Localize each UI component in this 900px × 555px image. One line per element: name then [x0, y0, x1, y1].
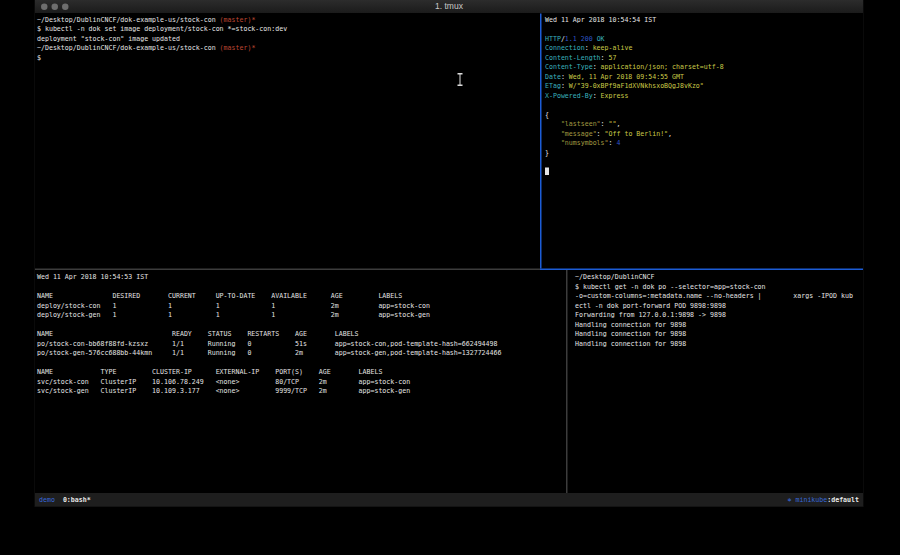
- tmux-status-bar: demo0:bash* ⎈ minikube:default: [35, 493, 863, 507]
- terminal-line: }: [545, 148, 863, 158]
- terminal-line: $ kubectl get -n dok po --selector=app=s…: [575, 282, 863, 292]
- window-titlebar[interactable]: 1. tmux: [35, 0, 863, 14]
- terminal-line: svc/stock-con ClusterIP 10.106.78.249 <n…: [37, 377, 566, 387]
- terminal-line: svc/stock-gen ClusterIP 10.109.3.177 <no…: [37, 386, 566, 396]
- terminal-line: Content-Length: 57: [545, 53, 863, 63]
- kube-namespace: :default: [827, 496, 859, 504]
- tmux-status-left: demo0:bash*: [39, 493, 91, 507]
- pane-http-response[interactable]: Wed 11 Apr 2018 10:54:54 ISTHTTP/1.1 200…: [542, 14, 864, 269]
- terminal-line: [545, 157, 863, 167]
- terminal-line: Content-Type: application/json; charset=…: [545, 62, 863, 72]
- mouse-ibeam-cursor: [457, 73, 463, 86]
- terminal-line: Date: Wed, 11 Apr 2018 09:54:55 GMT: [545, 72, 863, 82]
- terminal-line: deployment "stock-con" image updated: [37, 34, 540, 44]
- terminal-line: ~/Desktop/DublinCNCF: [575, 272, 863, 282]
- terminal-line: po/stock-con-bb68f88fd-kzsxz 1/1 Running…: [37, 339, 566, 349]
- terminal-line: ETag: W/"39-0xBPf9aF1dXVNkhsxoBQgJ8vKzo": [545, 81, 863, 91]
- terminal-line: [545, 167, 863, 177]
- terminal-line: [37, 282, 566, 292]
- terminal-line: ~/Desktop/DublinCNCF/dok-example-us/stoc…: [37, 15, 540, 25]
- terminal-line: -o=custom-columns=:metadata.name --no-he…: [575, 291, 863, 301]
- pane-shell-stock-con[interactable]: ~/Desktop/DublinCNCF/dok-example-us/stoc…: [35, 14, 540, 269]
- pane-port-forward[interactable]: ~/Desktop/DublinCNCF$ kubectl get -n dok…: [568, 270, 864, 493]
- minimize-window-button[interactable]: [52, 4, 59, 11]
- terminal-line: Connection: keep-alive: [545, 43, 863, 53]
- terminal-line: Wed 11 Apr 2018 10:54:53 IST: [37, 272, 566, 282]
- terminal-line: Wed 11 Apr 2018 10:54:54 IST: [545, 15, 863, 25]
- traffic-light-buttons: [41, 4, 69, 11]
- terminal-line: HTTP/1.1 200 OK: [545, 34, 863, 44]
- screen: 1. tmux ~/Desktop/DublinCNCF/dok-example…: [0, 0, 900, 555]
- terminal-line: ectl -n dok port-forward POD 9898:9898: [575, 301, 863, 311]
- terminal-line: [37, 358, 566, 368]
- terminal-line: Handling connection for 9898: [575, 320, 863, 330]
- terminal-line: "message": "Off to Berlin!",: [545, 129, 863, 139]
- terminal-line: [37, 320, 566, 330]
- terminal-line: "numsymbols": 4: [545, 138, 863, 148]
- pane-kubectl-resources[interactable]: Wed 11 Apr 2018 10:54:53 ISTNAME DESIRED…: [35, 270, 566, 493]
- maximize-window-button[interactable]: [62, 4, 69, 11]
- terminal-line: X-Powered-By: Express: [545, 91, 863, 101]
- terminal-window: 1. tmux ~/Desktop/DublinCNCF/dok-example…: [35, 0, 863, 507]
- terminal-line: [545, 100, 863, 110]
- terminal-line: NAME TYPE CLUSTER-IP EXTERNAL-IP PORT(S)…: [37, 367, 566, 377]
- terminal-line: Handling connection for 9898: [575, 329, 863, 339]
- terminal-line: deploy/stock-con 1 1 1 1 2m app=stock-co…: [37, 301, 566, 311]
- terminal-line: $ kubectl -n dok set image deployment/st…: [37, 24, 540, 34]
- terminal-line: ~/Desktop/DublinCNCF/dok-example-us/stoc…: [37, 43, 540, 53]
- window-title: 1. tmux: [35, 0, 863, 13]
- terminal-line: NAME READY STATUS RESTARTS AGE LABELS: [37, 329, 566, 339]
- tmux-session-name: demo: [39, 496, 55, 504]
- terminal-line: {: [545, 110, 863, 120]
- terminal-line: $: [37, 53, 540, 63]
- terminal-line: deploy/stock-gen 1 1 1 1 2m app=stock-ge…: [37, 310, 566, 320]
- terminal-line: [545, 24, 863, 34]
- terminal-line: "lastseen": "",: [545, 119, 863, 129]
- kube-context: minikube: [795, 496, 827, 504]
- tmux-window-tab[interactable]: 0:bash*: [63, 496, 91, 504]
- tmux-status-right: ⎈ minikube:default: [788, 493, 859, 507]
- terminal-line: NAME DESIRED CURRENT UP-TO-DATE AVAILABL…: [37, 291, 566, 301]
- close-window-button[interactable]: [41, 4, 48, 11]
- kube-helm-icon: ⎈: [788, 496, 796, 504]
- terminal-line: Forwarding from 127.0.0.1:9898 -> 9898: [575, 310, 863, 320]
- terminal-line: po/stock-gen-576cc688bb-44kmn 1/1 Runnin…: [37, 348, 566, 358]
- terminal-line: Handling connection for 9898: [575, 339, 863, 349]
